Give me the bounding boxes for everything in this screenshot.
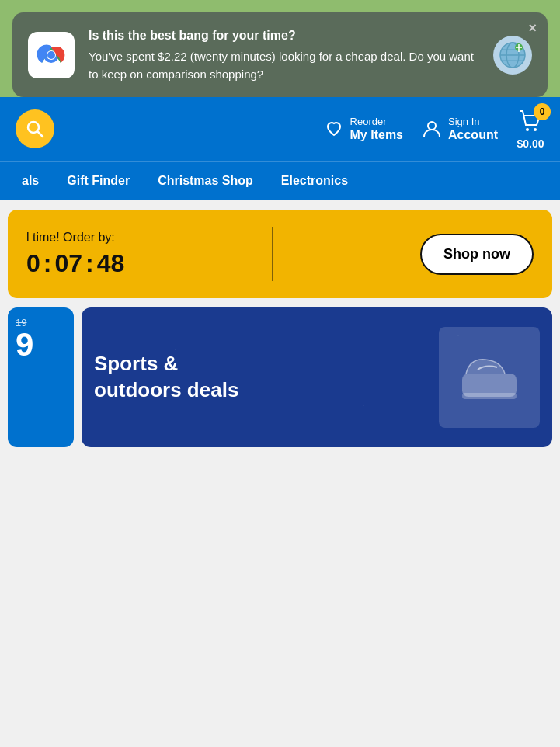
walmart-header: Reorder My Items Sign In Account [0, 97, 560, 161]
notification-text: Is this the best bang for your time? You… [89, 26, 479, 83]
notification-right-icon [493, 36, 532, 75]
sports-card-title: Sports & outdoors deals [94, 351, 249, 404]
nav-menu: als Gift Finder Christmas Shop Electroni… [0, 161, 560, 200]
promo-hours: 0 [26, 249, 40, 278]
signin-nav-item[interactable]: Sign In Account [422, 116, 498, 143]
chrome-icon [28, 32, 75, 78]
svg-line-11 [38, 132, 43, 137]
sports-card[interactable]: Sports & outdoors deals [82, 307, 552, 447]
reorder-bottom: My Items [350, 127, 403, 142]
notification-title: Is this the best bang for your time? [89, 26, 479, 45]
heart-icon [324, 119, 344, 139]
promo-minutes: 07 [54, 249, 82, 278]
nav-menu-item-gift-finder[interactable]: Gift Finder [53, 162, 144, 200]
notification-popup: Is this the best bang for your time? You… [12, 12, 548, 97]
close-button[interactable]: × [528, 20, 537, 36]
header-nav: Reorder My Items Sign In Account [62, 108, 544, 150]
reorder-nav-item[interactable]: Reorder My Items [324, 116, 403, 143]
nav-menu-item-christmas-shop[interactable]: Christmas Shop [144, 162, 267, 200]
signin-top: Sign In [448, 116, 498, 128]
svg-rect-16 [462, 393, 517, 399]
shop-now-button[interactable]: Shop now [420, 234, 534, 275]
cart-total: $0.00 [517, 137, 544, 150]
nav-menu-item-electronics[interactable]: Electronics [267, 162, 362, 200]
signin-bottom: Account [448, 127, 498, 142]
nav-menu-item-deals[interactable]: als [8, 162, 53, 200]
cards-section: 19 9 Sports & outdoors deals [0, 307, 560, 447]
promo-sep2: : [85, 249, 94, 278]
notification-body: You've spent $2.22 (twenty minutes) look… [89, 48, 479, 83]
svg-point-14 [534, 128, 537, 131]
svg-point-3 [47, 51, 55, 59]
cart-nav-item[interactable]: 0 $0.00 [517, 108, 544, 150]
promo-left: l time! Order by: 0 : 07 : 48 [26, 231, 124, 278]
svg-point-13 [526, 128, 529, 131]
sports-card-image [439, 327, 540, 428]
promo-sep1: : [43, 249, 52, 278]
promo-countdown: 0 : 07 : 48 [26, 249, 124, 278]
price-card[interactable]: 19 9 [8, 307, 74, 447]
signin-labels: Sign In Account [448, 116, 498, 143]
promo-seconds: 48 [97, 249, 125, 278]
reorder-labels: Reorder My Items [350, 116, 403, 143]
top-background: Is this the best bang for your time? You… [0, 0, 560, 97]
cart-badge: 0 [534, 103, 551, 120]
reorder-top: Reorder [350, 116, 403, 128]
search-button[interactable] [16, 109, 54, 148]
promo-text: l time! Order by: [26, 231, 124, 245]
promo-banner: l time! Order by: 0 : 07 : 48 Shop now [8, 210, 552, 298]
person-icon [422, 119, 442, 139]
promo-divider [272, 227, 273, 281]
price-new: 9 [16, 328, 66, 361]
svg-point-12 [428, 122, 436, 130]
price-old: 19 [16, 317, 66, 328]
cart-icon-container: 0 [517, 108, 544, 136]
